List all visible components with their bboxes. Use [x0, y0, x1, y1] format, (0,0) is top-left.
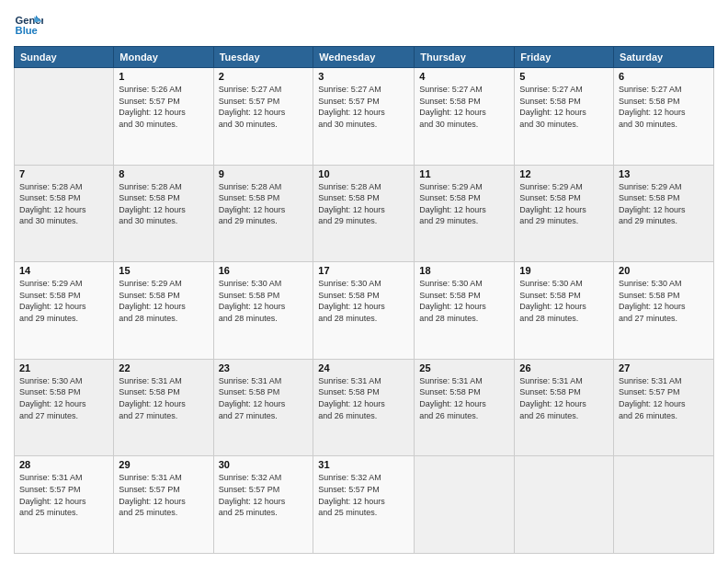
- day-number: 25: [419, 362, 509, 373]
- day-number: 22: [119, 362, 208, 373]
- day-number: 21: [19, 362, 108, 373]
- day-info: Sunrise: 5:28 AM Sunset: 5:58 PM Dayligh…: [19, 181, 108, 227]
- calendar-cell: 17Sunrise: 5:30 AM Sunset: 5:58 PM Dayli…: [313, 262, 415, 360]
- day-info: Sunrise: 5:31 AM Sunset: 5:57 PM Dayligh…: [19, 472, 108, 518]
- day-info: Sunrise: 5:30 AM Sunset: 5:58 PM Dayligh…: [318, 278, 409, 324]
- calendar-cell: [415, 456, 515, 554]
- day-number: 13: [619, 168, 709, 179]
- calendar-header: SundayMondayTuesdayWednesdayThursdayFrid…: [15, 47, 714, 68]
- day-info: Sunrise: 5:28 AM Sunset: 5:58 PM Dayligh…: [219, 181, 309, 227]
- calendar-cell: 7Sunrise: 5:28 AM Sunset: 5:58 PM Daylig…: [15, 165, 114, 262]
- day-number: 9: [219, 168, 309, 179]
- day-number: 6: [619, 71, 709, 82]
- calendar-cell: 11Sunrise: 5:29 AM Sunset: 5:58 PM Dayli…: [415, 165, 515, 262]
- calendar-cell: [15, 68, 114, 166]
- day-number: 24: [318, 362, 409, 373]
- calendar-cell: [515, 456, 614, 554]
- day-number: 27: [619, 362, 709, 373]
- day-info: Sunrise: 5:31 AM Sunset: 5:58 PM Dayligh…: [419, 375, 509, 421]
- day-info: Sunrise: 5:29 AM Sunset: 5:58 PM Dayligh…: [419, 181, 509, 227]
- day-info: Sunrise: 5:27 AM Sunset: 5:58 PM Dayligh…: [519, 84, 609, 130]
- weekday-header-monday: Monday: [114, 47, 213, 68]
- day-info: Sunrise: 5:32 AM Sunset: 5:57 PM Dayligh…: [219, 472, 309, 518]
- day-number: 29: [119, 459, 208, 470]
- calendar-week-1: 1Sunrise: 5:26 AM Sunset: 5:57 PM Daylig…: [15, 68, 714, 166]
- logo-icon: General Blue: [14, 9, 43, 39]
- day-number: 23: [219, 362, 309, 373]
- day-number: 16: [219, 265, 309, 276]
- day-info: Sunrise: 5:31 AM Sunset: 5:58 PM Dayligh…: [119, 375, 208, 421]
- calendar-cell: 25Sunrise: 5:31 AM Sunset: 5:58 PM Dayli…: [415, 359, 515, 456]
- calendar-cell: 20Sunrise: 5:30 AM Sunset: 5:58 PM Dayli…: [614, 262, 714, 360]
- day-number: 2: [219, 71, 309, 82]
- day-info: Sunrise: 5:30 AM Sunset: 5:58 PM Dayligh…: [419, 278, 509, 324]
- calendar-week-4: 21Sunrise: 5:30 AM Sunset: 5:58 PM Dayli…: [15, 359, 714, 456]
- calendar-cell: 16Sunrise: 5:30 AM Sunset: 5:58 PM Dayli…: [213, 262, 313, 360]
- day-number: 18: [419, 265, 509, 276]
- day-info: Sunrise: 5:29 AM Sunset: 5:58 PM Dayligh…: [519, 181, 609, 227]
- calendar-cell: 19Sunrise: 5:30 AM Sunset: 5:58 PM Dayli…: [515, 262, 614, 360]
- calendar-cell: 31Sunrise: 5:32 AM Sunset: 5:57 PM Dayli…: [313, 456, 415, 554]
- logo: General Blue: [14, 9, 47, 39]
- calendar-cell: 15Sunrise: 5:29 AM Sunset: 5:58 PM Dayli…: [114, 262, 213, 360]
- calendar-cell: 14Sunrise: 5:29 AM Sunset: 5:58 PM Dayli…: [15, 262, 114, 360]
- calendar-cell: 26Sunrise: 5:31 AM Sunset: 5:58 PM Dayli…: [515, 359, 614, 456]
- day-number: 14: [19, 265, 108, 276]
- calendar-cell: 1Sunrise: 5:26 AM Sunset: 5:57 PM Daylig…: [114, 68, 213, 166]
- calendar-cell: [614, 456, 714, 554]
- day-info: Sunrise: 5:29 AM Sunset: 5:58 PM Dayligh…: [119, 278, 208, 324]
- day-info: Sunrise: 5:26 AM Sunset: 5:57 PM Dayligh…: [119, 84, 208, 130]
- calendar-page: General Blue SundayMondayTuesdayWednesda…: [0, 0, 728, 563]
- day-info: Sunrise: 5:30 AM Sunset: 5:58 PM Dayligh…: [219, 278, 309, 324]
- day-number: 15: [119, 265, 208, 276]
- day-info: Sunrise: 5:27 AM Sunset: 5:58 PM Dayligh…: [619, 84, 709, 130]
- calendar-cell: 3Sunrise: 5:27 AM Sunset: 5:57 PM Daylig…: [313, 68, 415, 166]
- calendar-cell: 24Sunrise: 5:31 AM Sunset: 5:58 PM Dayli…: [313, 359, 415, 456]
- day-number: 1: [119, 71, 208, 82]
- calendar-cell: 21Sunrise: 5:30 AM Sunset: 5:58 PM Dayli…: [15, 359, 114, 456]
- day-number: 28: [19, 459, 108, 470]
- day-number: 19: [519, 265, 609, 276]
- calendar-body: 1Sunrise: 5:26 AM Sunset: 5:57 PM Daylig…: [15, 68, 714, 554]
- day-number: 5: [519, 71, 609, 82]
- calendar-cell: 28Sunrise: 5:31 AM Sunset: 5:57 PM Dayli…: [15, 456, 114, 554]
- calendar-cell: 30Sunrise: 5:32 AM Sunset: 5:57 PM Dayli…: [213, 456, 313, 554]
- day-number: 8: [119, 168, 208, 179]
- day-number: 4: [419, 71, 509, 82]
- calendar-cell: 8Sunrise: 5:28 AM Sunset: 5:58 PM Daylig…: [114, 165, 213, 262]
- day-info: Sunrise: 5:30 AM Sunset: 5:58 PM Dayligh…: [619, 278, 709, 324]
- day-number: 10: [318, 168, 409, 179]
- day-number: 12: [519, 168, 609, 179]
- calendar-week-3: 14Sunrise: 5:29 AM Sunset: 5:58 PM Dayli…: [15, 262, 714, 360]
- day-info: Sunrise: 5:32 AM Sunset: 5:57 PM Dayligh…: [318, 472, 409, 518]
- calendar-cell: 5Sunrise: 5:27 AM Sunset: 5:58 PM Daylig…: [515, 68, 614, 166]
- day-info: Sunrise: 5:31 AM Sunset: 5:57 PM Dayligh…: [619, 375, 709, 421]
- day-info: Sunrise: 5:28 AM Sunset: 5:58 PM Dayligh…: [318, 181, 409, 227]
- calendar-cell: 23Sunrise: 5:31 AM Sunset: 5:58 PM Dayli…: [213, 359, 313, 456]
- day-info: Sunrise: 5:27 AM Sunset: 5:57 PM Dayligh…: [318, 84, 409, 130]
- day-number: 17: [318, 265, 409, 276]
- day-number: 26: [519, 362, 609, 373]
- weekday-header-thursday: Thursday: [415, 47, 515, 68]
- calendar-table: SundayMondayTuesdayWednesdayThursdayFrid…: [14, 46, 714, 554]
- day-number: 3: [318, 71, 409, 82]
- calendar-cell: 12Sunrise: 5:29 AM Sunset: 5:58 PM Dayli…: [515, 165, 614, 262]
- svg-text:Blue: Blue: [16, 25, 38, 36]
- calendar-cell: 10Sunrise: 5:28 AM Sunset: 5:58 PM Dayli…: [313, 165, 415, 262]
- weekday-header-tuesday: Tuesday: [213, 47, 313, 68]
- weekday-header-saturday: Saturday: [614, 47, 714, 68]
- weekday-header-friday: Friday: [515, 47, 614, 68]
- header: General Blue: [14, 9, 714, 39]
- day-info: Sunrise: 5:31 AM Sunset: 5:58 PM Dayligh…: [519, 375, 609, 421]
- day-info: Sunrise: 5:29 AM Sunset: 5:58 PM Dayligh…: [619, 181, 709, 227]
- day-number: 7: [19, 168, 108, 179]
- day-info: Sunrise: 5:30 AM Sunset: 5:58 PM Dayligh…: [519, 278, 609, 324]
- weekday-header-wednesday: Wednesday: [313, 47, 415, 68]
- day-number: 20: [619, 265, 709, 276]
- calendar-cell: 27Sunrise: 5:31 AM Sunset: 5:57 PM Dayli…: [614, 359, 714, 456]
- calendar-week-5: 28Sunrise: 5:31 AM Sunset: 5:57 PM Dayli…: [15, 456, 714, 554]
- day-info: Sunrise: 5:29 AM Sunset: 5:58 PM Dayligh…: [19, 278, 108, 324]
- day-info: Sunrise: 5:31 AM Sunset: 5:57 PM Dayligh…: [119, 472, 208, 518]
- day-info: Sunrise: 5:30 AM Sunset: 5:58 PM Dayligh…: [19, 375, 108, 421]
- calendar-cell: 6Sunrise: 5:27 AM Sunset: 5:58 PM Daylig…: [614, 68, 714, 166]
